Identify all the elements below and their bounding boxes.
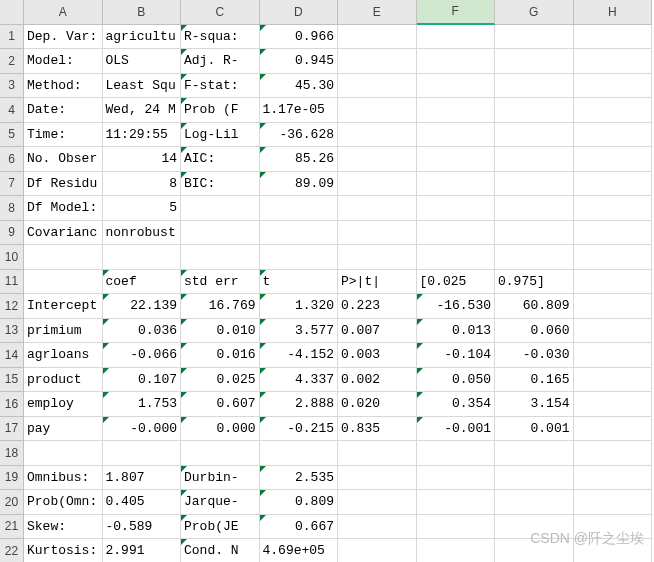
col-header-C[interactable]: C bbox=[181, 0, 260, 25]
cell-D19[interactable]: 2.535 bbox=[260, 466, 339, 491]
cell-A22[interactable]: Kurtosis: bbox=[24, 539, 103, 562]
cell-E14[interactable]: 0.003 bbox=[338, 343, 417, 368]
cell-E2[interactable] bbox=[338, 49, 417, 74]
row-header-14[interactable]: 14 bbox=[0, 343, 24, 368]
cell-A21[interactable]: Skew: bbox=[24, 515, 103, 540]
cell-D4[interactable]: 1.17e-05 bbox=[260, 98, 339, 123]
cell-D21[interactable]: 0.667 bbox=[260, 515, 339, 540]
cell-E5[interactable] bbox=[338, 123, 417, 148]
cell-G22[interactable] bbox=[495, 539, 574, 562]
cell-D10[interactable] bbox=[260, 245, 339, 270]
cell-D13[interactable]: 3.577 bbox=[260, 319, 339, 344]
cell-A13[interactable]: primium bbox=[24, 319, 103, 344]
cell-E17[interactable]: 0.835 bbox=[338, 417, 417, 442]
cell-A10[interactable] bbox=[24, 245, 103, 270]
cell-A16[interactable]: employ bbox=[24, 392, 103, 417]
cell-H8[interactable] bbox=[574, 196, 653, 221]
row-header-12[interactable]: 12 bbox=[0, 294, 24, 319]
cell-H16[interactable] bbox=[574, 392, 653, 417]
row-header-13[interactable]: 13 bbox=[0, 319, 24, 344]
cell-F3[interactable] bbox=[417, 74, 496, 99]
cell-H20[interactable] bbox=[574, 490, 653, 515]
cell-E20[interactable] bbox=[338, 490, 417, 515]
cell-A17[interactable]: pay bbox=[24, 417, 103, 442]
col-header-H[interactable]: H bbox=[574, 0, 653, 25]
row-header-1[interactable]: 1 bbox=[0, 25, 24, 50]
row-header-11[interactable]: 11 bbox=[0, 270, 24, 295]
row-header-21[interactable]: 21 bbox=[0, 515, 24, 540]
cell-B10[interactable] bbox=[103, 245, 182, 270]
cell-E13[interactable]: 0.007 bbox=[338, 319, 417, 344]
cell-E18[interactable] bbox=[338, 441, 417, 466]
cell-C7[interactable]: BIC: bbox=[181, 172, 260, 197]
cell-B2[interactable]: OLS bbox=[103, 49, 182, 74]
cell-D12[interactable]: 1.320 bbox=[260, 294, 339, 319]
cell-C5[interactable]: Log-Lil bbox=[181, 123, 260, 148]
cell-H15[interactable] bbox=[574, 368, 653, 393]
cell-D17[interactable]: -0.215 bbox=[260, 417, 339, 442]
cell-F10[interactable] bbox=[417, 245, 496, 270]
cell-H12[interactable] bbox=[574, 294, 653, 319]
cell-B6[interactable]: 14 bbox=[103, 147, 182, 172]
cell-A19[interactable]: Omnibus: bbox=[24, 466, 103, 491]
cell-F1[interactable] bbox=[417, 25, 496, 50]
spreadsheet-grid[interactable]: ABCDEFGH1Dep. Var:agricultuR-squa:0.9662… bbox=[0, 0, 654, 562]
cell-B18[interactable] bbox=[103, 441, 182, 466]
cell-B16[interactable]: 1.753 bbox=[103, 392, 182, 417]
row-header-6[interactable]: 6 bbox=[0, 147, 24, 172]
cell-G21[interactable] bbox=[495, 515, 574, 540]
cell-D8[interactable] bbox=[260, 196, 339, 221]
cell-G11[interactable]: 0.975] bbox=[495, 270, 574, 295]
cell-E21[interactable] bbox=[338, 515, 417, 540]
cell-H17[interactable] bbox=[574, 417, 653, 442]
cell-D18[interactable] bbox=[260, 441, 339, 466]
cell-F19[interactable] bbox=[417, 466, 496, 491]
cell-E11[interactable]: P>|t| bbox=[338, 270, 417, 295]
cell-D9[interactable] bbox=[260, 221, 339, 246]
cell-G5[interactable] bbox=[495, 123, 574, 148]
cell-G13[interactable]: 0.060 bbox=[495, 319, 574, 344]
cell-D3[interactable]: 45.30 bbox=[260, 74, 339, 99]
cell-C9[interactable] bbox=[181, 221, 260, 246]
cell-H2[interactable] bbox=[574, 49, 653, 74]
cell-C18[interactable] bbox=[181, 441, 260, 466]
cell-B3[interactable]: Least Squ bbox=[103, 74, 182, 99]
cell-G15[interactable]: 0.165 bbox=[495, 368, 574, 393]
col-header-E[interactable]: E bbox=[338, 0, 417, 25]
row-header-2[interactable]: 2 bbox=[0, 49, 24, 74]
cell-C16[interactable]: 0.607 bbox=[181, 392, 260, 417]
cell-G12[interactable]: 60.809 bbox=[495, 294, 574, 319]
cell-F17[interactable]: -0.001 bbox=[417, 417, 496, 442]
cell-F20[interactable] bbox=[417, 490, 496, 515]
row-header-7[interactable]: 7 bbox=[0, 172, 24, 197]
cell-C15[interactable]: 0.025 bbox=[181, 368, 260, 393]
cell-A7[interactable]: Df Residu bbox=[24, 172, 103, 197]
cell-A3[interactable]: Method: bbox=[24, 74, 103, 99]
cell-A2[interactable]: Model: bbox=[24, 49, 103, 74]
row-header-10[interactable]: 10 bbox=[0, 245, 24, 270]
cell-B22[interactable]: 2.991 bbox=[103, 539, 182, 562]
cell-D7[interactable]: 89.09 bbox=[260, 172, 339, 197]
col-header-D[interactable]: D bbox=[260, 0, 339, 25]
cell-C3[interactable]: F-stat: bbox=[181, 74, 260, 99]
cell-D2[interactable]: 0.945 bbox=[260, 49, 339, 74]
cell-F16[interactable]: 0.354 bbox=[417, 392, 496, 417]
cell-E3[interactable] bbox=[338, 74, 417, 99]
cell-A14[interactable]: agrloans bbox=[24, 343, 103, 368]
cell-H5[interactable] bbox=[574, 123, 653, 148]
cell-D20[interactable]: 0.809 bbox=[260, 490, 339, 515]
cell-G7[interactable] bbox=[495, 172, 574, 197]
cell-G16[interactable]: 3.154 bbox=[495, 392, 574, 417]
cell-C8[interactable] bbox=[181, 196, 260, 221]
cell-B9[interactable]: nonrobust bbox=[103, 221, 182, 246]
cell-C17[interactable]: 0.000 bbox=[181, 417, 260, 442]
cell-E22[interactable] bbox=[338, 539, 417, 562]
cell-C12[interactable]: 16.769 bbox=[181, 294, 260, 319]
cell-F2[interactable] bbox=[417, 49, 496, 74]
cell-H14[interactable] bbox=[574, 343, 653, 368]
corner-cell[interactable] bbox=[0, 0, 24, 25]
cell-H10[interactable] bbox=[574, 245, 653, 270]
cell-B1[interactable]: agricultu bbox=[103, 25, 182, 50]
cell-B5[interactable]: 11:29:55 bbox=[103, 123, 182, 148]
cell-G9[interactable] bbox=[495, 221, 574, 246]
